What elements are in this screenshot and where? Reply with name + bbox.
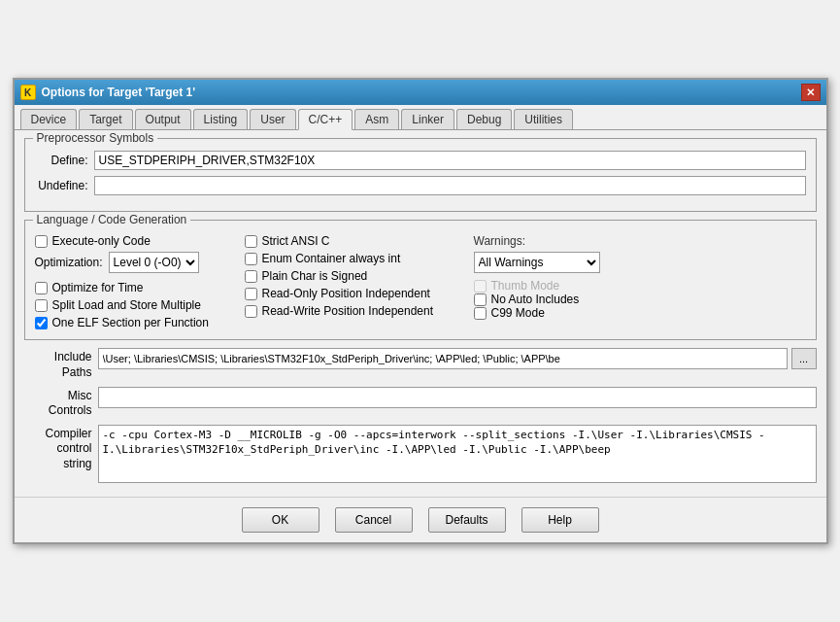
language-group: Language / Code Generation Execute-only … (24, 220, 817, 340)
chk-read-only-pos: Read-Only Position Independent (245, 287, 468, 300)
chk-strict-ansi-input[interactable] (245, 235, 257, 248)
ok-button[interactable]: OK (242, 507, 319, 533)
compiler-ctrl-textarea[interactable] (98, 425, 817, 483)
chk-execute-only: Execute-only Code (35, 234, 239, 248)
chk-one-elf: One ELF Section per Function (35, 316, 239, 329)
optimization-select[interactable]: Level 0 (-O0) (109, 252, 199, 273)
content-area: Preprocessor Symbols Define: Undefine: L… (15, 130, 826, 496)
undefine-input[interactable] (94, 176, 806, 195)
include-paths-input[interactable] (98, 348, 788, 369)
main-window: K Options for Target 'Target 1' ✕ Device… (13, 78, 828, 543)
compiler-ctrl-label: Compiler control string (24, 425, 92, 472)
defaults-button[interactable]: Defaults (428, 507, 506, 533)
chk-c99-input[interactable] (474, 307, 487, 320)
chk-thumb-mode: Thumb Mode (474, 279, 658, 293)
warnings-label: Warnings: (474, 234, 658, 248)
app-icon: K (20, 85, 36, 100)
tabs-bar: Device Target Output Listing User C/C++ … (15, 105, 826, 130)
chk-optimize-time: Optimize for Time (35, 281, 239, 294)
col2: Strict ANSI C Enum Container always int … (245, 234, 468, 329)
col1: Execute-only Code Optimization: Level 0 … (35, 234, 239, 329)
chk-no-auto-input[interactable] (474, 294, 487, 306)
tab-linker[interactable]: Linker (401, 109, 454, 129)
chk-read-only-pos-input[interactable] (245, 288, 257, 300)
include-paths-label: Include Paths (24, 348, 92, 380)
chk-read-write-pos-input[interactable] (245, 305, 257, 318)
define-row: Define: (35, 151, 806, 170)
misc-controls-row: Misc Controls (24, 387, 817, 419)
language-title: Language / Code Generation (33, 213, 191, 226)
chk-optimize-time-input[interactable] (35, 282, 48, 294)
cancel-button[interactable]: Cancel (335, 507, 413, 533)
include-paths-browse[interactable]: ... (791, 348, 817, 369)
chk-thumb-mode-input (474, 280, 487, 293)
preprocessor-title: Preprocessor Symbols (33, 131, 158, 145)
include-paths-row: Include Paths ... (24, 348, 817, 380)
help-button[interactable]: Help (521, 507, 599, 533)
tab-output[interactable]: Output (135, 109, 191, 129)
chk-c99: C99 Mode (474, 306, 658, 320)
misc-controls-wrap (98, 387, 817, 408)
tab-device[interactable]: Device (20, 109, 78, 129)
preprocessor-group: Preprocessor Symbols Define: Undefine: (24, 138, 817, 212)
warnings-select[interactable]: All Warnings (474, 252, 600, 273)
undefine-label: Undefine: (35, 179, 88, 192)
tab-listing[interactable]: Listing (193, 109, 249, 129)
bottom-buttons: OK Cancel Defaults Help (15, 497, 826, 542)
chk-split-load-input[interactable] (35, 299, 48, 312)
tab-cpp[interactable]: C/C++ (298, 109, 353, 130)
tab-asm[interactable]: Asm (354, 109, 399, 129)
tab-utilities[interactable]: Utilities (514, 109, 573, 129)
col3-warnings: Warnings: All Warnings Thumb Mode No Aut… (474, 234, 658, 329)
misc-controls-input[interactable] (98, 387, 817, 408)
titlebar: K Options for Target 'Target 1' ✕ (15, 80, 826, 105)
titlebar-left: K Options for Target 'Target 1' (20, 85, 196, 100)
include-paths-wrap: ... (98, 348, 817, 369)
chk-plain-char-input[interactable] (245, 270, 257, 283)
chk-one-elf-input[interactable] (35, 317, 48, 329)
optimization-row: Optimization: Level 0 (-O0) (35, 252, 239, 273)
compiler-ctrl-row: Compiler control string (24, 425, 817, 483)
define-input[interactable] (94, 151, 806, 170)
chk-plain-char: Plain Char is Signed (245, 269, 468, 283)
tab-target[interactable]: Target (79, 109, 132, 129)
misc-controls-label: Misc Controls (24, 387, 92, 419)
define-label: Define: (35, 154, 88, 167)
chk-execute-only-input[interactable] (35, 235, 48, 248)
close-button[interactable]: ✕ (801, 84, 821, 101)
chk-no-auto: No Auto Includes (474, 293, 658, 306)
chk-strict-ansi: Strict ANSI C (245, 234, 468, 248)
undefine-row: Undefine: (35, 176, 806, 195)
tab-debug[interactable]: Debug (456, 109, 512, 129)
chk-enum: Enum Container always int (245, 252, 468, 265)
chk-enum-input[interactable] (245, 253, 257, 265)
window-title: Options for Target 'Target 1' (42, 86, 196, 99)
warnings-select-row: All Warnings (474, 252, 658, 273)
chk-split-load: Split Load and Store Multiple (35, 298, 239, 312)
tab-user[interactable]: User (250, 109, 295, 129)
chk-read-write-pos: Read-Write Position Independent (245, 304, 468, 318)
